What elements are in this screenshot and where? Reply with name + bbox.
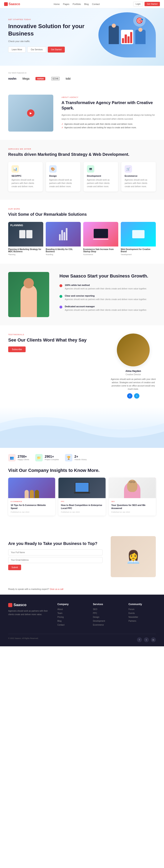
nav-pages[interactable]: Pages — [63, 3, 69, 5]
testimonial-name: Alma Hayden — [111, 370, 156, 373]
about-text: Agencies should work as partners with th… — [62, 113, 156, 121]
cta-section: Are you Ready to Take your Business to T… — [0, 530, 164, 583]
how-feat-text-2: Agencies should work as partners with th… — [65, 298, 147, 301]
blog-title-2: How to Beat Competition in Enterprise Lo… — [61, 504, 103, 510]
dot-1 — [60, 284, 62, 287]
footer-social: f t in — [137, 637, 156, 642]
footer-instagram[interactable]: in — [151, 637, 156, 642]
how-feat-title-3: Dedicated account manager — [65, 305, 147, 308]
expert-link[interactable]: Give us a call — [50, 588, 63, 590]
nav-portfolio[interactable]: Portfolio — [72, 3, 81, 5]
solution-overlay-4 — [121, 222, 156, 247]
stat-clients-num: 2700+ — [18, 455, 29, 459]
footer-facebook[interactable]: f — [137, 637, 142, 642]
testimonial-title: See Our Clients Word What they Say — [8, 337, 102, 343]
footer-link-dev[interactable]: Development — [93, 620, 120, 622]
login-button[interactable]: Login — [133, 2, 143, 6]
expert-text: Ready to speak with a marketing expert? — [8, 588, 49, 590]
email-input[interactable] — [8, 557, 102, 563]
design-title: Design — [49, 175, 77, 177]
paper-1 — [19, 230, 25, 238]
footer-link-contact[interactable]: Contact — [57, 624, 85, 626]
blog-date-3: Published on Jan 2022 — [111, 511, 153, 513]
footer-link-about[interactable]: About — [57, 608, 85, 611]
solutions-label: Our Work — [8, 208, 156, 210]
awards-icon: 🏆 — [65, 454, 72, 461]
dot-2 — [60, 295, 62, 298]
blog-card-3[interactable]: SEO Your Questions for SEO and We Answer… — [109, 477, 156, 516]
laptop-wrap — [74, 482, 90, 493]
how-feat-text-1: Agencies should work as partners with th… — [65, 287, 147, 290]
laptop-device — [75, 482, 89, 492]
solution-sublabel-3: Ecommerce — [83, 253, 118, 255]
blog-grid: E-Commerce 10 Tips for E-Commerce Websit… — [8, 477, 156, 516]
hero-cta-button[interactable]: Get Started — [48, 46, 65, 53]
hero-section: Get Started Today Innovative Solution fo… — [0, 8, 164, 66]
wave-decoration — [0, 407, 164, 448]
footer-link-ecomm[interactable]: Ecommerce — [93, 624, 120, 626]
facebook-button[interactable]: f — [127, 393, 132, 399]
service-seo: 📊 SEO/PPC Agencies should work as partne… — [8, 162, 43, 191]
chart-bar-3 — [64, 232, 65, 240]
blog-tag-2: PPC — [61, 501, 103, 502]
footer: Saasco Agencies should work as partners … — [0, 595, 164, 646]
footer-link-pricing[interactable]: Pricing — [57, 616, 85, 618]
clients-icon: 👥 — [8, 454, 15, 461]
cta-person-illustration: 👩‍💼 — [111, 536, 156, 577]
stat-awards: 🏆 2+ Awards Victory — [65, 454, 87, 461]
testimonial-avatar — [117, 334, 150, 366]
chart-bar-4 — [66, 228, 67, 240]
about-image: ▶ — [8, 95, 53, 131]
about-section: ▶ About Agency A Transformative Agency P… — [0, 86, 164, 140]
solution-img-2 — [46, 222, 81, 247]
submit-button[interactable]: Submit — [8, 565, 21, 570]
name-input[interactable] — [8, 550, 102, 555]
stat-clients-label: Happy Clients — [18, 459, 29, 461]
footer-link-seo[interactable]: SEO — [93, 608, 120, 611]
footer-link-ppc[interactable]: PPC — [93, 612, 120, 614]
blog-date-1: Published on Jan 2022 — [11, 511, 53, 513]
solution-label-1: Planning & Marketing Strategy for MDC Bu… — [8, 247, 43, 253]
twitter-button[interactable]: t — [134, 393, 139, 399]
footer-link-team[interactable]: Team — [57, 612, 85, 614]
solution-overlay-2 — [46, 222, 81, 247]
how-feat-content-2: Clear and concise reporting Agencies sho… — [65, 294, 147, 301]
footer-bottom: © 2022 Saasco. All Rights Reserved. f t … — [8, 634, 156, 642]
blog-title-3: Your Questions for SEO and We Answered — [111, 504, 153, 510]
stat-clients: 👥 2700+ Happy Clients — [8, 454, 29, 461]
hero-buttons: Learn More Our Services Get Started — [8, 46, 86, 53]
get-started-button[interactable]: Get Started — [144, 2, 160, 6]
footer-link-events[interactable]: Events — [129, 612, 156, 614]
our-services-button[interactable]: Our Services — [27, 46, 46, 53]
laptop-shape — [94, 229, 108, 238]
subscribe-button[interactable]: Subscribe — [8, 346, 26, 352]
seo-title: SEO/PPC — [11, 175, 39, 177]
person-3 — [35, 490, 39, 498]
nav-blog[interactable]: Blog — [84, 3, 89, 5]
play-button[interactable]: ▶ — [27, 110, 34, 117]
footer-link-partners[interactable]: Partners — [129, 620, 156, 622]
charts-decoration — [59, 228, 67, 240]
blog-card-1[interactable]: E-Commerce 10 Tips for E-Commerce Websit… — [8, 477, 55, 516]
brand-tobi: tobi — [66, 77, 70, 80]
footer-link-design[interactable]: Design — [93, 616, 120, 618]
about-title: A Transformative Agency Partner with Cre… — [62, 100, 156, 111]
blog-content-1: E-Commerce 10 Tips for E-Commerce Websit… — [8, 498, 55, 516]
learn-more-button[interactable]: Learn More — [8, 46, 26, 53]
how-person — [8, 272, 49, 317]
logo[interactable]: Saasco — [4, 2, 20, 6]
navbar: Saasco Home Pages Portfolio Blog Contact… — [0, 0, 164, 8]
footer-link-blog[interactable]: Blog — [57, 620, 85, 622]
footer-grid: Saasco Agencies should work as partners … — [8, 603, 156, 628]
footer-company-links: About Team Pricing Blog Contact — [57, 608, 85, 626]
nav-contact[interactable]: Contact — [92, 3, 100, 5]
brand-echa: ECHA — [52, 77, 60, 80]
solution-img-3 — [83, 222, 118, 247]
blog-tag-1: E-Commerce — [11, 501, 53, 502]
footer-link-forum[interactable]: Forum — [129, 608, 156, 611]
footer-link-newsletter[interactable]: Newsletter — [129, 616, 156, 618]
nav-home[interactable]: Home — [54, 3, 60, 5]
footer-twitter[interactable]: t — [144, 637, 149, 642]
blog-card-2[interactable]: PPC How to Beat Competition in Enterpris… — [58, 477, 105, 516]
solution-planning: PLANNING Planning & Marketing Strategy f… — [8, 222, 43, 255]
